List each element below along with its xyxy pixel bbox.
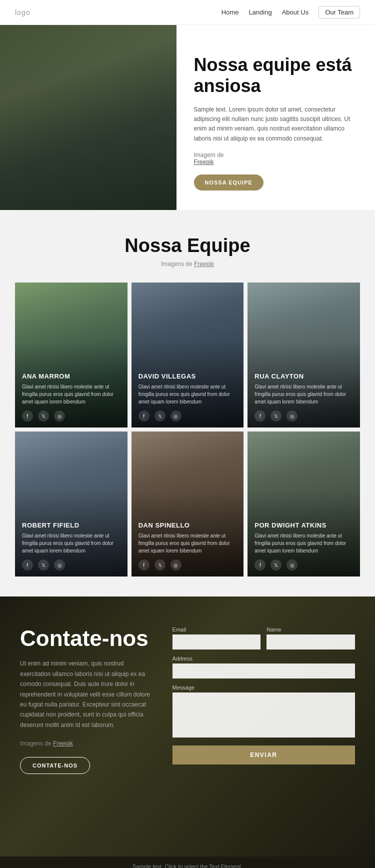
contact-credit: Imagens de Freepik [20, 740, 152, 747]
team-section: Nossa Equipe Imagens de Freepik ANA MARR… [0, 210, 375, 596]
nav-links: Home Landing About Us Our Team [222, 6, 360, 18]
hero-credit-link[interactable]: Freepik [194, 158, 214, 166]
footer-text: Sample text. Click to select the Text El… [132, 864, 242, 868]
team-title: Nossa Equipe [15, 235, 360, 256]
hero-credit: Imagem de Freepik [194, 152, 358, 166]
submit-button[interactable]: ENVIAR [172, 746, 355, 764]
nav-landing[interactable]: Landing [248, 8, 272, 16]
contact-button[interactable]: CONTATE-NOS [20, 757, 90, 774]
facebook-icon-2[interactable]: f [138, 410, 150, 422]
address-input[interactable] [172, 664, 355, 678]
hero-text: Sample text. Lorem ipsum dolor sit amet,… [194, 105, 358, 144]
twitter-icon-2[interactable]: 𝕏 [154, 410, 166, 422]
member-name-1: ANA MARROM [22, 372, 120, 380]
contact-section: Contate-nos Ut enim ad minim veniam, qui… [0, 596, 375, 856]
email-label: Email [172, 626, 261, 632]
hero-section: Nossa equipe está ansiosa Sample text. L… [0, 25, 375, 210]
team-card-3: RUA CLAYTON Glavi amet ritnisi libero mo… [248, 282, 360, 428]
instagram-icon-1[interactable]: ◎ [54, 410, 65, 422]
footer: Sample text. Click to select the Text El… [0, 856, 375, 868]
address-label: Address [172, 656, 355, 662]
member-name-5: DAN SPINELLO [138, 522, 237, 529]
contact-left: Contate-nos Ut enim ad minim veniam, qui… [20, 626, 152, 774]
facebook-icon-5[interactable]: f [138, 560, 150, 570]
team-card-5: DAN SPINELLO Glavi amet ritnisi libero m… [132, 432, 244, 576]
facebook-icon-3[interactable]: f [254, 410, 266, 422]
member-desc-2: Glavi amet ritnisi libero molestie ante … [138, 383, 237, 406]
member-name-2: DAVID VILLEGAS [138, 372, 237, 380]
member-social-3: f 𝕏 ◎ [254, 410, 353, 422]
name-label: Name [266, 626, 355, 632]
instagram-icon-5[interactable]: ◎ [170, 560, 182, 570]
hero-image [0, 25, 176, 210]
instagram-icon-4[interactable]: ◎ [54, 560, 65, 570]
team-credit-link[interactable]: Freepik [194, 260, 214, 268]
navbar: logo Home Landing About Us Our Team [0, 0, 375, 25]
contact-credit-link[interactable]: Freepik [53, 740, 73, 747]
instagram-icon-2[interactable]: ◎ [170, 410, 182, 422]
member-name-4: ROBERT FIFIELD [22, 522, 120, 529]
nav-our-team[interactable]: Our Team [318, 6, 360, 18]
nav-about[interactable]: About Us [282, 8, 308, 16]
hero-content: Nossa equipe está ansiosa Sample text. L… [176, 25, 376, 210]
team-card-4: ROBERT FIFIELD Glavi amet ritnisi libero… [15, 432, 128, 576]
member-name-3: RUA CLAYTON [254, 372, 353, 380]
email-input[interactable] [172, 634, 261, 650]
member-social-5: f 𝕏 ◎ [138, 560, 237, 570]
member-name-6: POR DWIGHT ATKINS [254, 522, 353, 529]
twitter-icon-1[interactable]: 𝕏 [38, 410, 49, 422]
instagram-icon-3[interactable]: ◎ [286, 410, 298, 422]
member-desc-1: Glavi amet ritnisi libero molestie ante … [22, 383, 120, 406]
message-textarea[interactable] [172, 692, 355, 738]
twitter-icon-6[interactable]: 𝕏 [270, 560, 282, 570]
member-desc-4: Glavi amet ritnisi libero molestie ante … [22, 532, 120, 554]
instagram-icon-6[interactable]: ◎ [286, 560, 298, 570]
team-grid: ANA MARROM Glavi amet ritnisi libero mol… [15, 282, 360, 576]
contact-title: Contate-nos [20, 626, 152, 650]
hero-button[interactable]: NOSSA EQUIPE [194, 174, 264, 190]
logo: logo [15, 8, 30, 16]
member-desc-5: Glavi amet ritnisi libero molestie ante … [138, 532, 237, 554]
facebook-icon-1[interactable]: f [22, 410, 33, 422]
contact-inner: Contate-nos Ut enim ad minim veniam, qui… [20, 626, 355, 774]
facebook-icon-4[interactable]: f [22, 560, 33, 570]
member-social-6: f 𝕏 ◎ [254, 560, 353, 570]
member-desc-3: Glavi amet ritnisi libero molestie ante … [254, 383, 353, 406]
member-social-1: f 𝕏 ◎ [22, 410, 120, 422]
member-social-2: f 𝕏 ◎ [138, 410, 237, 422]
contact-text: Ut enim ad minim veniam, quis nostrud ex… [20, 658, 152, 730]
hero-title: Nossa equipe está ansiosa [194, 54, 358, 96]
facebook-icon-6[interactable]: f [254, 560, 266, 570]
member-social-4: f 𝕏 ◎ [22, 560, 120, 570]
twitter-icon-3[interactable]: 𝕏 [270, 410, 282, 422]
team-card-2: DAVID VILLEGAS Glavi amet ritnisi libero… [132, 282, 244, 428]
message-label: Message [172, 684, 355, 690]
twitter-icon-4[interactable]: 𝕏 [38, 560, 49, 570]
nav-home[interactable]: Home [222, 8, 239, 16]
name-input[interactable] [266, 634, 355, 650]
member-desc-6: Glavi amet ritnisi libero molestie ante … [254, 532, 353, 554]
twitter-icon-5[interactable]: 𝕏 [154, 560, 166, 570]
contact-form: Email Name Address Message [172, 626, 355, 764]
team-card-6: POR DWIGHT ATKINS Glavi amet ritnisi lib… [248, 432, 360, 576]
team-credit: Imagens de Freepik [15, 260, 360, 268]
team-card-1: ANA MARROM Glavi amet ritnisi libero mol… [15, 282, 128, 428]
